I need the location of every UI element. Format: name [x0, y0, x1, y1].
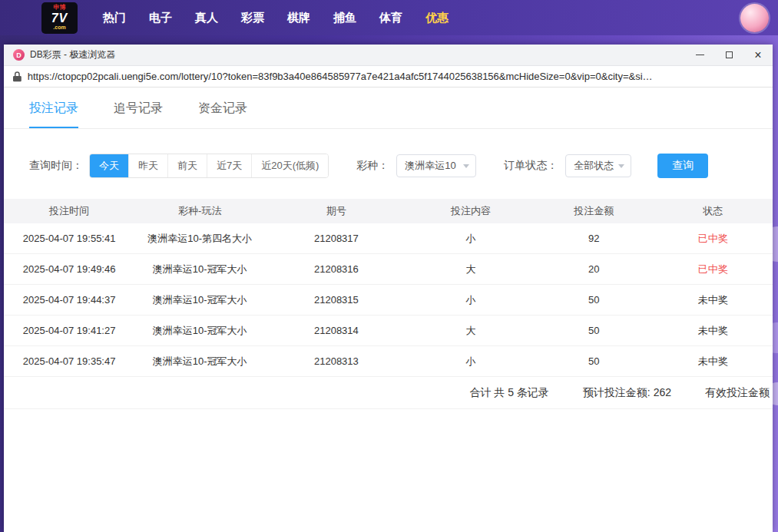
time-option-2[interactable]: 昨天 — [129, 154, 168, 177]
order-status-select-value: 全部状态 — [574, 159, 614, 173]
browser-window: D DB彩票 - 极速浏览器 × https://ctopcp02pcali.u… — [4, 45, 773, 532]
column-header-6: 状态 — [654, 204, 773, 218]
order-status-label: 订单状态： — [504, 159, 558, 173]
site-nav-bar: 申博 7V .com 热门电子真人彩票棋牌捕鱼体育优惠 — [0, 0, 778, 35]
db-lottery-icon: D — [13, 49, 25, 61]
cell-play: 澳洲幸运10-冠军大小 — [134, 293, 265, 307]
cell-issue: 21208315 — [265, 294, 407, 306]
cell-time: 2025-04-07 19:35:47 — [4, 355, 134, 367]
cell-amount: 50 — [535, 325, 654, 336]
cell-play: 澳洲幸运10-冠军大小 — [134, 324, 265, 338]
table-summary: 合计 共 5 条记录 预计投注金额: 262 有效投注金额 — [4, 377, 773, 409]
chevron-down-icon — [463, 164, 469, 168]
nav-item-7[interactable]: 体育 — [379, 11, 402, 25]
table-row: 2025-04-07 19:55:41澳洲幸运10-第四名大小21208317小… — [4, 223, 773, 254]
address-bar[interactable]: https://ctopcp02pcali.uengi5e.com/lotter… — [4, 66, 773, 88]
cell-status: 未中奖 — [654, 324, 773, 338]
column-header-4: 投注内容 — [407, 204, 534, 218]
window-controls: × — [685, 45, 773, 65]
record-tabs: 投注记录 追号记录 资金记录 — [4, 88, 773, 129]
table-row: 2025-04-07 19:44:37澳洲幸运10-冠军大小21208315小5… — [4, 285, 773, 316]
table-row: 2025-04-07 19:49:46澳洲幸运10-冠军大小21208316大2… — [4, 254, 773, 285]
nav-item-3[interactable]: 真人 — [195, 11, 218, 25]
close-icon: × — [754, 49, 761, 61]
nav-item-8[interactable]: 优惠 — [425, 11, 449, 25]
cell-time: 2025-04-07 19:55:41 — [4, 233, 134, 244]
time-option-5[interactable]: 近20天(低频) — [252, 154, 328, 177]
maximize-icon — [726, 51, 733, 58]
nav-items: 热门电子真人彩票棋牌捕鱼体育优惠 — [103, 11, 449, 25]
nav-item-1[interactable]: 热门 — [103, 11, 126, 25]
cell-amount: 50 — [535, 294, 654, 306]
cell-issue: 21208313 — [265, 355, 407, 367]
chevron-down-icon — [618, 164, 624, 168]
cell-content: 大 — [407, 324, 534, 338]
cell-content: 小 — [407, 293, 534, 307]
minimize-icon — [696, 55, 704, 55]
cell-amount: 20 — [535, 263, 654, 275]
cell-amount: 50 — [535, 355, 654, 367]
cell-issue: 21208316 — [265, 263, 407, 275]
site-logo-main-text: 7V — [51, 12, 68, 25]
time-filter-label: 查询时间： — [29, 159, 83, 173]
cell-play: 澳洲幸运10-冠军大小 — [134, 355, 265, 368]
minimize-button[interactable] — [685, 45, 714, 65]
cell-content: 小 — [407, 355, 534, 368]
close-button[interactable]: × — [743, 45, 773, 65]
table-body: 2025-04-07 19:55:41澳洲幸运10-第四名大小21208317小… — [4, 223, 773, 377]
table-row: 2025-04-07 19:41:27澳洲幸运10-冠军大小21208314大5… — [4, 316, 773, 346]
cell-status: 已中奖 — [654, 263, 773, 276]
order-status-select[interactable]: 全部状态 — [565, 154, 631, 177]
cell-play: 澳洲幸运10-冠军大小 — [134, 263, 265, 276]
time-option-4[interactable]: 近7天 — [207, 154, 252, 177]
bet-records-table: 投注时间彩种-玩法期号投注内容投注金额状态 2025-04-07 19:55:4… — [4, 199, 773, 409]
nav-item-2[interactable]: 电子 — [149, 11, 172, 25]
tab-chase-records[interactable]: 追号记录 — [114, 101, 163, 128]
column-header-3: 期号 — [265, 204, 407, 218]
table-row: 2025-04-07 19:35:47澳洲幸运10-冠军大小21208313小5… — [4, 346, 773, 377]
search-button[interactable]: 查询 — [657, 154, 708, 178]
cell-status: 未中奖 — [654, 355, 773, 368]
url-text: https://ctopcp02pcali.uengi5e.com/lotter… — [28, 71, 763, 82]
site-logo-top-text: 申博 — [54, 5, 66, 12]
cell-time: 2025-04-07 19:44:37 — [4, 294, 134, 306]
cell-issue: 21208317 — [265, 233, 407, 244]
filter-bar: 查询时间： 今天昨天前天近7天近20天(低频) 彩种： 澳洲幸运10 订单状态：… — [4, 154, 773, 178]
column-header-5: 投注金额 — [535, 204, 654, 218]
nav-item-6[interactable]: 捕鱼 — [333, 11, 356, 25]
nav-item-4[interactable]: 彩票 — [241, 11, 264, 25]
column-header-1: 投注时间 — [4, 204, 134, 218]
time-option-1[interactable]: 今天 — [90, 154, 129, 177]
maximize-button[interactable] — [714, 45, 743, 65]
site-logo-sub-text: .com — [53, 25, 65, 31]
tab-fund-records[interactable]: 资金记录 — [198, 101, 247, 128]
tab-bet-records[interactable]: 投注记录 — [29, 101, 78, 128]
table-header-row: 投注时间彩种-玩法期号投注内容投注金额状态 — [4, 199, 773, 223]
cell-content: 大 — [407, 263, 534, 276]
column-header-2: 彩种-玩法 — [134, 204, 265, 218]
window-titlebar: D DB彩票 - 极速浏览器 × — [4, 45, 773, 66]
summary-valid-amount: 有效投注金额 — [705, 386, 770, 400]
cell-status: 已中奖 — [654, 232, 773, 246]
cell-content: 小 — [407, 232, 534, 246]
cell-status: 未中奖 — [654, 293, 773, 307]
lottery-filter-label: 彩种： — [356, 159, 389, 173]
time-option-3[interactable]: 前天 — [168, 154, 207, 177]
cell-play: 澳洲幸运10-第四名大小 — [134, 232, 265, 246]
time-filter-group: 今天昨天前天近7天近20天(低频) — [89, 154, 329, 178]
user-avatar[interactable] — [740, 4, 769, 32]
lock-icon — [13, 71, 22, 82]
cell-amount: 92 — [535, 233, 654, 244]
lottery-select-value: 澳洲幸运10 — [405, 159, 455, 173]
summary-expected-amount: 预计投注金额: 262 — [583, 386, 671, 400]
cell-time: 2025-04-07 19:49:46 — [4, 263, 134, 275]
lottery-select[interactable]: 澳洲幸运10 — [396, 154, 476, 177]
nav-item-5[interactable]: 棋牌 — [287, 11, 310, 25]
cell-issue: 21208314 — [265, 325, 407, 336]
page-content: 投注记录 追号记录 资金记录 查询时间： 今天昨天前天近7天近20天(低频) 彩… — [4, 88, 773, 532]
summary-total: 合计 共 5 条记录 — [469, 386, 548, 400]
site-logo[interactable]: 申博 7V .com — [41, 2, 78, 34]
window-title: DB彩票 - 极速浏览器 — [30, 48, 115, 61]
cell-time: 2025-04-07 19:41:27 — [4, 325, 134, 336]
